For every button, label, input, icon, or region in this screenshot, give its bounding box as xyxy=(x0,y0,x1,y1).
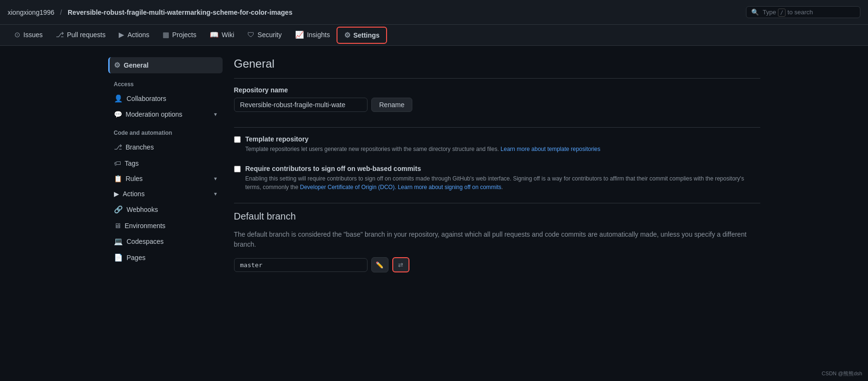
default-branch-section: Default branch The default branch is con… xyxy=(234,211,760,272)
sidebar-item-codespaces[interactable]: 💻 Codespaces xyxy=(108,233,223,250)
wiki-icon: 📖 xyxy=(210,30,219,39)
nav-label-security: Security xyxy=(257,31,282,39)
sidebar-item-webhooks[interactable]: 🔗 Webhooks xyxy=(108,201,223,218)
nav-item-actions[interactable]: ▶ Actions xyxy=(112,25,156,46)
issues-icon: ⊙ xyxy=(14,30,20,39)
sidebar-label-actions: Actions xyxy=(123,190,145,198)
section-divider-1 xyxy=(234,127,760,128)
top-divider xyxy=(234,78,760,79)
rules-icon: 📋 xyxy=(114,175,122,182)
template-repo-link[interactable]: Learn more about template repositories xyxy=(500,146,600,152)
default-branch-title: Default branch xyxy=(234,211,760,222)
template-repo-desc: Template repositories let users generate… xyxy=(245,145,601,153)
nav-item-security[interactable]: 🛡 Security xyxy=(241,25,288,46)
main-layout: ⚙ General Access 👤 Collaborators 💬 Moder… xyxy=(101,46,768,299)
global-search[interactable]: 🔍 Type / to search xyxy=(746,6,860,18)
sidebar: ⚙ General Access 👤 Collaborators 💬 Moder… xyxy=(108,57,223,288)
template-repo-title: Template repository xyxy=(245,135,601,143)
tags-icon: 🏷 xyxy=(114,159,121,167)
repo-breadcrumb: xiongxiong1996 / Reversible-robust-fragi… xyxy=(8,9,292,16)
template-repo-checkbox[interactable] xyxy=(234,136,241,143)
repo-name-section: Repository name Rename xyxy=(234,86,760,112)
sidebar-label-general: General xyxy=(124,61,149,69)
sidebar-label-environments: Environments xyxy=(125,222,166,230)
sign-off-title: Require contributors to sign off on web-… xyxy=(245,165,760,172)
sidebar-label-branches: Branches xyxy=(126,143,154,151)
top-bar: xiongxiong1996 / Reversible-robust-fragi… xyxy=(0,0,868,25)
sidebar-item-branches[interactable]: ⎇ Branches xyxy=(108,139,223,155)
sidebar-item-collaborators[interactable]: 👤 Collaborators xyxy=(108,90,223,107)
sidebar-label-codespaces: Codespaces xyxy=(127,238,164,245)
actions-sidebar-icon: ▶ xyxy=(114,190,119,198)
nav-item-issues[interactable]: ⊙ Issues xyxy=(8,25,49,46)
nav-label-actions: Actions xyxy=(127,31,149,39)
sidebar-label-webhooks: Webhooks xyxy=(127,206,158,213)
sidebar-item-general[interactable]: ⚙ General xyxy=(108,57,223,73)
branch-input[interactable] xyxy=(234,258,368,272)
sign-off-checkbox[interactable] xyxy=(234,166,241,172)
nav-item-insights[interactable]: 📈 Insights xyxy=(288,25,337,46)
nav-item-wiki[interactable]: 📖 Wiki xyxy=(203,25,241,46)
moderation-chevron-icon: ▾ xyxy=(214,111,217,118)
branch-edit-button[interactable]: ✏️ xyxy=(371,257,388,272)
sidebar-section-access: Access xyxy=(108,73,223,90)
template-repo-section: Template repository Template repositorie… xyxy=(234,135,760,153)
breadcrumb-separator: / xyxy=(60,9,62,16)
sidebar-label-tags: Tags xyxy=(125,160,139,167)
sidebar-item-actions[interactable]: ▶ Actions ▾ xyxy=(108,186,223,201)
environments-icon: 🖥 xyxy=(114,221,121,230)
owner-link[interactable]: xiongxiong1996 xyxy=(8,9,54,16)
general-icon: ⚙ xyxy=(114,61,120,70)
repo-name-label: Repository name xyxy=(234,86,760,94)
template-repo-row: Template repository Template repositorie… xyxy=(234,135,760,153)
nav-label-insights: Insights xyxy=(307,31,330,39)
search-placeholder-text: Type / to search xyxy=(763,9,813,16)
nav-label-pull-requests: Pull requests xyxy=(67,31,105,39)
search-icon: 🔍 xyxy=(751,9,759,16)
settings-icon: ⚙ xyxy=(344,31,350,40)
sidebar-item-tags[interactable]: 🏷 Tags xyxy=(108,155,223,171)
pages-icon: 📄 xyxy=(114,253,123,262)
repo-name-input[interactable] xyxy=(234,98,368,112)
sign-off-link2[interactable]: Learn more about signing off on commits xyxy=(398,184,501,190)
section-divider-2 xyxy=(234,203,760,203)
pull-requests-icon: ⎇ xyxy=(56,30,64,39)
repo-name-row: Rename xyxy=(234,98,760,112)
sidebar-label-pages: Pages xyxy=(127,254,146,261)
nav-label-issues: Issues xyxy=(23,31,42,39)
sidebar-label-rules: Rules xyxy=(126,175,143,182)
repo-nav: ⊙ Issues ⎇ Pull requests ▶ Actions ▦ Pro… xyxy=(0,25,868,46)
footer-note: CSDN @熊熊dsh xyxy=(822,370,862,377)
projects-icon: ▦ xyxy=(163,30,169,39)
collaborators-icon: 👤 xyxy=(114,94,123,103)
main-content: General Repository name Rename Template … xyxy=(234,57,760,288)
sidebar-item-environments[interactable]: 🖥 Environments xyxy=(108,218,223,233)
nav-item-settings[interactable]: ⚙ Settings xyxy=(337,27,387,44)
nav-label-settings: Settings xyxy=(353,31,379,39)
branch-row: ✏️ ⇄ xyxy=(234,257,760,272)
nav-item-pull-requests[interactable]: ⎇ Pull requests xyxy=(49,25,112,46)
insights-icon: 📈 xyxy=(295,30,304,39)
nav-label-projects: Projects xyxy=(172,31,196,39)
sign-off-desc: Enabling this setting will require contr… xyxy=(245,174,760,191)
actions-chevron-icon: ▾ xyxy=(214,190,217,197)
nav-item-projects[interactable]: ▦ Projects xyxy=(156,25,203,46)
sign-off-row: Require contributors to sign off on web-… xyxy=(234,165,760,191)
sidebar-label-collaborators: Collaborators xyxy=(127,95,166,102)
sidebar-label-moderation: Moderation options xyxy=(126,110,183,118)
rename-button[interactable]: Rename xyxy=(371,98,413,112)
branch-switch-button[interactable]: ⇄ xyxy=(392,257,409,272)
sidebar-item-rules[interactable]: 📋 Rules ▾ xyxy=(108,171,223,186)
sidebar-item-pages[interactable]: 📄 Pages xyxy=(108,250,223,266)
branches-icon: ⎇ xyxy=(114,143,122,151)
repo-name-link[interactable]: Reversible-robust-fragile-multi-watermar… xyxy=(68,9,292,16)
sidebar-item-moderation[interactable]: 💬 Moderation options ▾ xyxy=(108,107,223,122)
sidebar-section-code-automation: Code and automation xyxy=(108,122,223,139)
nav-label-wiki: Wiki xyxy=(222,31,234,39)
moderation-icon: 💬 xyxy=(114,110,122,118)
actions-icon: ▶ xyxy=(119,30,124,39)
page-title: General xyxy=(234,57,760,70)
webhooks-icon: 🔗 xyxy=(114,205,123,214)
sign-off-link1[interactable]: Developer Certificate of Origin (DCO). xyxy=(300,184,396,190)
rules-chevron-icon: ▾ xyxy=(214,175,217,182)
